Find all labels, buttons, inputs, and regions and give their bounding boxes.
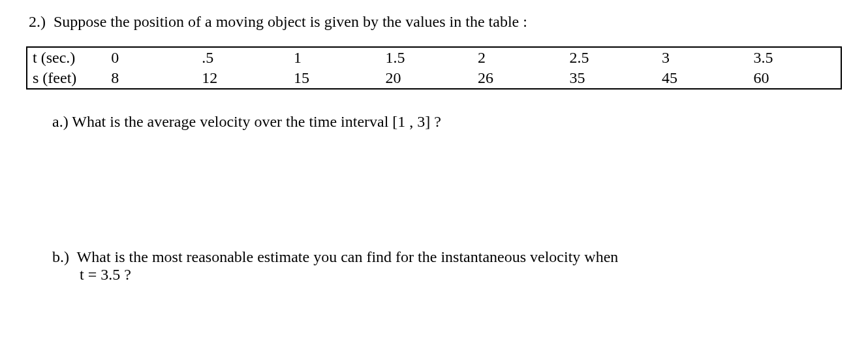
part-b-line2: t = 3.5 ? bbox=[80, 266, 842, 284]
cell-value: .5 bbox=[196, 47, 288, 68]
cell-value: 2.5 bbox=[565, 47, 657, 68]
part-a: a.) What is the average velocity over th… bbox=[52, 113, 842, 131]
cell-value: 1 bbox=[288, 47, 380, 68]
cell-value: 1.5 bbox=[380, 47, 473, 68]
problem-intro: 2.) Suppose the position of a moving obj… bbox=[29, 13, 842, 31]
cell-value: 45 bbox=[657, 68, 749, 89]
part-a-label: a.) bbox=[52, 113, 69, 131]
row-label-t: t (sec.) bbox=[27, 47, 106, 68]
cell-value: 26 bbox=[473, 68, 565, 89]
problem-number: 2.) bbox=[29, 13, 46, 30]
part-b-label: b.) bbox=[52, 248, 69, 266]
cell-value: 12 bbox=[196, 68, 288, 89]
cell-value: 60 bbox=[749, 68, 842, 89]
cell-value: 3 bbox=[657, 47, 749, 68]
problem-intro-text: Suppose the position of a moving object … bbox=[54, 13, 527, 30]
table-row: s (feet) 8 12 15 20 26 35 45 60 bbox=[27, 68, 841, 89]
cell-value: 3.5 bbox=[749, 47, 842, 68]
cell-value: 35 bbox=[565, 68, 657, 89]
data-table: t (sec.) 0 .5 1 1.5 2 2.5 3 3.5 s (feet)… bbox=[26, 46, 842, 90]
cell-value: 15 bbox=[288, 68, 380, 89]
cell-value: 20 bbox=[380, 68, 473, 89]
part-b: b.) What is the most reasonable estimate… bbox=[52, 248, 842, 284]
cell-value: 2 bbox=[473, 47, 565, 68]
cell-value: 8 bbox=[106, 68, 196, 89]
table-row: t (sec.) 0 .5 1 1.5 2 2.5 3 3.5 bbox=[27, 47, 841, 68]
cell-value: 0 bbox=[106, 47, 196, 68]
part-a-text: What is the average velocity over the ti… bbox=[72, 113, 441, 130]
part-b-line1: What is the most reasonable estimate you… bbox=[77, 248, 619, 265]
row-label-s: s (feet) bbox=[27, 68, 106, 89]
